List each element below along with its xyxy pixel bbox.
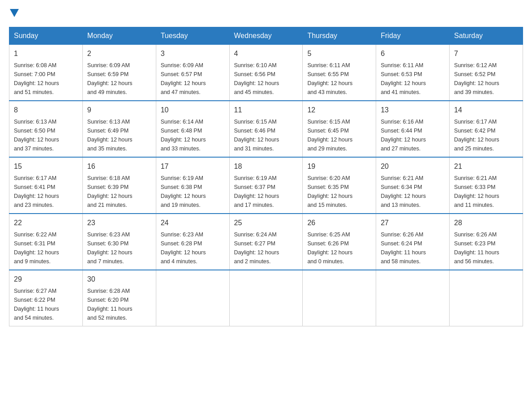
day-number: 4 [234, 48, 298, 59]
calendar-cell: 29Sunrise: 6:27 AMSunset: 6:22 PMDayligh… [9, 270, 83, 326]
page-header [9, 9, 523, 18]
day-info: Sunrise: 6:14 AMSunset: 6:48 PMDaylight:… [161, 117, 225, 153]
day-info: Sunrise: 6:27 AMSunset: 6:22 PMDaylight:… [14, 287, 78, 322]
calendar-cell: 14Sunrise: 6:17 AMSunset: 6:42 PMDayligh… [450, 101, 523, 157]
day-of-week-header: Thursday [303, 27, 376, 45]
logo [9, 9, 19, 18]
calendar-cell: 5Sunrise: 6:11 AMSunset: 6:55 PMDaylight… [303, 45, 376, 101]
day-info: Sunrise: 6:21 AMSunset: 6:34 PMDaylight:… [381, 174, 445, 210]
day-info: Sunrise: 6:12 AMSunset: 6:52 PMDaylight:… [454, 61, 518, 97]
day-info: Sunrise: 6:25 AMSunset: 6:26 PMDaylight:… [307, 230, 371, 266]
day-number: 8 [14, 105, 78, 116]
calendar-cell: 26Sunrise: 6:25 AMSunset: 6:26 PMDayligh… [303, 214, 376, 270]
day-number: 2 [87, 48, 151, 59]
day-info: Sunrise: 6:22 AMSunset: 6:31 PMDaylight:… [14, 230, 78, 266]
calendar-week-row: 15Sunrise: 6:17 AMSunset: 6:41 PMDayligh… [9, 157, 523, 214]
day-info: Sunrise: 6:26 AMSunset: 6:23 PMDaylight:… [454, 230, 518, 266]
calendar-week-row: 22Sunrise: 6:22 AMSunset: 6:31 PMDayligh… [9, 214, 523, 270]
day-number: 7 [454, 48, 518, 59]
day-number: 17 [161, 161, 225, 172]
day-number: 27 [381, 218, 445, 228]
day-number: 12 [307, 105, 371, 116]
day-info: Sunrise: 6:20 AMSunset: 6:35 PMDaylight:… [307, 174, 371, 210]
day-number: 13 [381, 105, 445, 116]
day-info: Sunrise: 6:09 AMSunset: 6:57 PMDaylight:… [161, 61, 225, 97]
day-number: 14 [454, 105, 518, 116]
calendar-week-row: 8Sunrise: 6:13 AMSunset: 6:50 PMDaylight… [9, 101, 523, 157]
day-info: Sunrise: 6:21 AMSunset: 6:33 PMDaylight:… [454, 174, 518, 210]
calendar-cell: 7Sunrise: 6:12 AMSunset: 6:52 PMDaylight… [450, 45, 523, 101]
day-info: Sunrise: 6:17 AMSunset: 6:41 PMDaylight:… [14, 174, 78, 210]
day-info: Sunrise: 6:08 AMSunset: 7:00 PMDaylight:… [14, 61, 78, 97]
calendar-cell: 20Sunrise: 6:21 AMSunset: 6:34 PMDayligh… [376, 157, 450, 214]
calendar-cell: 12Sunrise: 6:15 AMSunset: 6:45 PMDayligh… [303, 101, 376, 157]
day-number: 29 [14, 274, 78, 285]
day-number: 25 [234, 218, 298, 228]
day-info: Sunrise: 6:13 AMSunset: 6:49 PMDaylight:… [87, 117, 151, 153]
day-number: 6 [381, 48, 445, 59]
day-number: 20 [381, 161, 445, 172]
day-of-week-header: Saturday [450, 27, 523, 45]
day-info: Sunrise: 6:11 AMSunset: 6:55 PMDaylight:… [307, 61, 371, 97]
calendar-cell: 21Sunrise: 6:21 AMSunset: 6:33 PMDayligh… [450, 157, 523, 214]
day-number: 9 [87, 105, 151, 116]
day-of-week-header: Friday [376, 27, 450, 45]
calendar-cell: 8Sunrise: 6:13 AMSunset: 6:50 PMDaylight… [9, 101, 83, 157]
calendar-cell [376, 270, 450, 326]
day-info: Sunrise: 6:15 AMSunset: 6:46 PMDaylight:… [234, 117, 298, 153]
day-info: Sunrise: 6:09 AMSunset: 6:59 PMDaylight:… [87, 61, 151, 97]
calendar-week-row: 29Sunrise: 6:27 AMSunset: 6:22 PMDayligh… [9, 270, 523, 326]
calendar-cell: 18Sunrise: 6:19 AMSunset: 6:37 PMDayligh… [229, 157, 303, 214]
day-info: Sunrise: 6:15 AMSunset: 6:45 PMDaylight:… [307, 117, 371, 153]
day-number: 3 [161, 48, 225, 59]
day-number: 11 [234, 105, 298, 116]
calendar-cell: 28Sunrise: 6:26 AMSunset: 6:23 PMDayligh… [450, 214, 523, 270]
calendar-cell: 6Sunrise: 6:11 AMSunset: 6:53 PMDaylight… [376, 45, 450, 101]
day-number: 1 [14, 48, 78, 59]
day-info: Sunrise: 6:13 AMSunset: 6:50 PMDaylight:… [14, 117, 78, 153]
calendar-cell: 19Sunrise: 6:20 AMSunset: 6:35 PMDayligh… [303, 157, 376, 214]
day-info: Sunrise: 6:10 AMSunset: 6:56 PMDaylight:… [234, 61, 298, 97]
calendar-cell: 1Sunrise: 6:08 AMSunset: 7:00 PMDaylight… [9, 45, 83, 101]
calendar-cell: 25Sunrise: 6:24 AMSunset: 6:27 PMDayligh… [229, 214, 303, 270]
day-number: 16 [87, 161, 151, 172]
day-number: 30 [87, 274, 151, 285]
day-info: Sunrise: 6:23 AMSunset: 6:30 PMDaylight:… [87, 230, 151, 266]
day-info: Sunrise: 6:28 AMSunset: 6:20 PMDaylight:… [87, 287, 151, 322]
day-info: Sunrise: 6:16 AMSunset: 6:44 PMDaylight:… [381, 117, 445, 153]
calendar-cell: 17Sunrise: 6:19 AMSunset: 6:38 PMDayligh… [156, 157, 229, 214]
calendar-cell: 9Sunrise: 6:13 AMSunset: 6:49 PMDaylight… [82, 101, 156, 157]
calendar-cell: 24Sunrise: 6:23 AMSunset: 6:28 PMDayligh… [156, 214, 229, 270]
calendar-cell: 13Sunrise: 6:16 AMSunset: 6:44 PMDayligh… [376, 101, 450, 157]
calendar-cell: 2Sunrise: 6:09 AMSunset: 6:59 PMDaylight… [82, 45, 156, 101]
day-of-week-header: Monday [82, 27, 156, 45]
day-number: 22 [14, 218, 78, 228]
day-info: Sunrise: 6:18 AMSunset: 6:39 PMDaylight:… [87, 174, 151, 210]
calendar-week-row: 1Sunrise: 6:08 AMSunset: 7:00 PMDaylight… [9, 45, 523, 101]
day-of-week-header: Sunday [9, 27, 83, 45]
day-info: Sunrise: 6:17 AMSunset: 6:42 PMDaylight:… [454, 117, 518, 153]
calendar-cell [303, 270, 376, 326]
calendar-table: SundayMondayTuesdayWednesdayThursdayFrid… [9, 27, 523, 326]
calendar-cell [229, 270, 303, 326]
day-of-week-header: Wednesday [229, 27, 303, 45]
calendar-header-row: SundayMondayTuesdayWednesdayThursdayFrid… [9, 27, 523, 45]
logo-triangle-icon [10, 9, 19, 18]
calendar-cell: 27Sunrise: 6:26 AMSunset: 6:24 PMDayligh… [376, 214, 450, 270]
day-info: Sunrise: 6:23 AMSunset: 6:28 PMDaylight:… [161, 230, 225, 266]
day-info: Sunrise: 6:11 AMSunset: 6:53 PMDaylight:… [381, 61, 445, 97]
day-number: 21 [454, 161, 518, 172]
calendar-cell: 22Sunrise: 6:22 AMSunset: 6:31 PMDayligh… [9, 214, 83, 270]
calendar-cell: 10Sunrise: 6:14 AMSunset: 6:48 PMDayligh… [156, 101, 229, 157]
calendar-cell: 15Sunrise: 6:17 AMSunset: 6:41 PMDayligh… [9, 157, 83, 214]
day-number: 23 [87, 218, 151, 228]
calendar-cell: 16Sunrise: 6:18 AMSunset: 6:39 PMDayligh… [82, 157, 156, 214]
calendar-cell: 3Sunrise: 6:09 AMSunset: 6:57 PMDaylight… [156, 45, 229, 101]
day-number: 18 [234, 161, 298, 172]
day-number: 15 [14, 161, 78, 172]
day-number: 10 [161, 105, 225, 116]
calendar-cell: 11Sunrise: 6:15 AMSunset: 6:46 PMDayligh… [229, 101, 303, 157]
day-number: 24 [161, 218, 225, 228]
day-number: 26 [307, 218, 371, 228]
day-info: Sunrise: 6:24 AMSunset: 6:27 PMDaylight:… [234, 230, 298, 266]
